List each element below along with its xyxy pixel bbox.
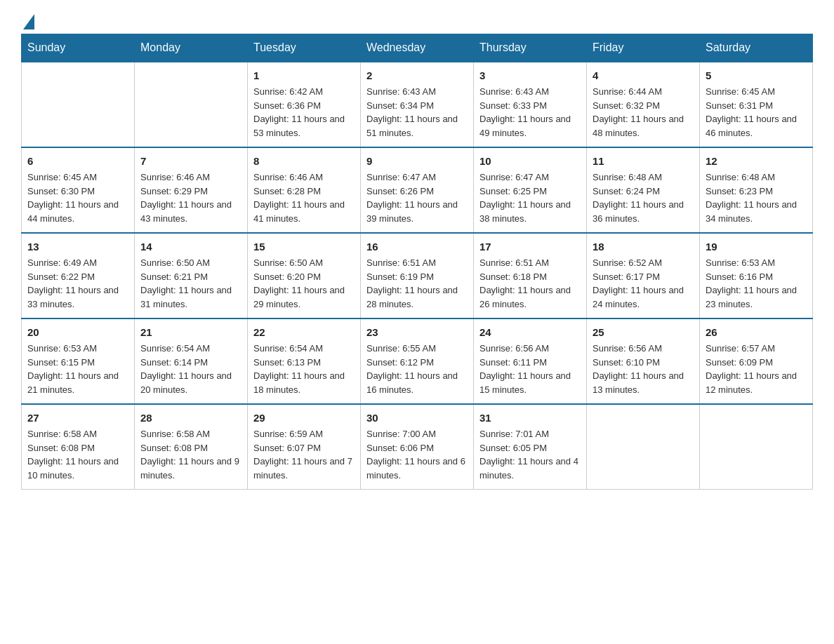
table-row: 23Sunrise: 6:55 AMSunset: 6:12 PMDayligh… xyxy=(361,318,474,404)
table-row: 17Sunrise: 6:51 AMSunset: 6:18 PMDayligh… xyxy=(474,233,587,318)
table-row: 13Sunrise: 6:49 AMSunset: 6:22 PMDayligh… xyxy=(22,233,135,318)
day-number: 13 xyxy=(27,239,128,254)
table-row: 2Sunrise: 6:43 AMSunset: 6:34 PMDaylight… xyxy=(361,62,474,147)
table-row: 7Sunrise: 6:46 AMSunset: 6:29 PMDaylight… xyxy=(135,147,248,233)
day-info: Sunrise: 6:54 AMSunset: 6:13 PMDaylight:… xyxy=(253,342,355,396)
day-number: 30 xyxy=(366,410,468,425)
day-number: 31 xyxy=(479,410,581,425)
calendar-week-row: 1Sunrise: 6:42 AMSunset: 6:36 PMDaylight… xyxy=(22,62,813,147)
day-info: Sunrise: 6:50 AMSunset: 6:20 PMDaylight:… xyxy=(253,256,355,311)
day-number: 12 xyxy=(706,154,807,168)
day-info: Sunrise: 6:42 AMSunset: 6:36 PMDaylight:… xyxy=(253,85,355,140)
day-number: 5 xyxy=(706,68,807,83)
table-row: 16Sunrise: 6:51 AMSunset: 6:19 PMDayligh… xyxy=(361,233,474,318)
table-row: 24Sunrise: 6:56 AMSunset: 6:11 PMDayligh… xyxy=(474,318,587,404)
day-info: Sunrise: 6:43 AMSunset: 6:34 PMDaylight:… xyxy=(366,85,468,140)
table-row: 19Sunrise: 6:53 AMSunset: 6:16 PMDayligh… xyxy=(700,233,813,318)
day-number: 1 xyxy=(253,68,355,83)
day-info: Sunrise: 6:59 AMSunset: 6:07 PMDaylight:… xyxy=(253,427,355,482)
day-number: 29 xyxy=(253,410,355,425)
day-number: 11 xyxy=(593,154,694,168)
day-info: Sunrise: 6:47 AMSunset: 6:25 PMDaylight:… xyxy=(479,170,581,225)
day-info: Sunrise: 7:01 AMSunset: 6:05 PMDaylight:… xyxy=(479,427,581,482)
day-number: 15 xyxy=(253,239,355,254)
table-row xyxy=(135,62,248,147)
day-number: 10 xyxy=(479,154,581,168)
table-row xyxy=(587,404,700,490)
day-number: 25 xyxy=(593,325,694,340)
day-info: Sunrise: 6:45 AMSunset: 6:30 PMDaylight:… xyxy=(27,170,128,225)
calendar-week-row: 13Sunrise: 6:49 AMSunset: 6:22 PMDayligh… xyxy=(22,233,813,318)
table-row: 14Sunrise: 6:50 AMSunset: 6:21 PMDayligh… xyxy=(135,233,248,318)
day-info: Sunrise: 6:49 AMSunset: 6:22 PMDaylight:… xyxy=(27,256,128,311)
day-number: 9 xyxy=(366,154,468,168)
day-info: Sunrise: 6:52 AMSunset: 6:17 PMDaylight:… xyxy=(593,256,694,311)
day-info: Sunrise: 6:57 AMSunset: 6:09 PMDaylight:… xyxy=(706,342,807,396)
col-thursday: Thursday xyxy=(474,34,587,62)
col-friday: Friday xyxy=(587,34,700,62)
day-number: 23 xyxy=(366,325,468,340)
day-info: Sunrise: 6:48 AMSunset: 6:23 PMDaylight:… xyxy=(706,170,807,225)
table-row: 20Sunrise: 6:53 AMSunset: 6:15 PMDayligh… xyxy=(22,318,135,404)
day-info: Sunrise: 6:53 AMSunset: 6:15 PMDaylight:… xyxy=(27,342,128,396)
col-saturday: Saturday xyxy=(700,34,813,62)
day-number: 7 xyxy=(140,154,241,168)
calendar-week-row: 20Sunrise: 6:53 AMSunset: 6:15 PMDayligh… xyxy=(22,318,813,404)
day-info: Sunrise: 6:53 AMSunset: 6:16 PMDaylight:… xyxy=(706,256,807,311)
table-row: 9Sunrise: 6:47 AMSunset: 6:26 PMDaylight… xyxy=(361,147,474,233)
table-row: 31Sunrise: 7:01 AMSunset: 6:05 PMDayligh… xyxy=(474,404,587,490)
day-info: Sunrise: 6:50 AMSunset: 6:21 PMDaylight:… xyxy=(140,256,241,311)
day-number: 27 xyxy=(27,410,128,425)
day-info: Sunrise: 6:46 AMSunset: 6:28 PMDaylight:… xyxy=(253,170,355,225)
day-info: Sunrise: 6:56 AMSunset: 6:10 PMDaylight:… xyxy=(593,342,694,396)
table-row xyxy=(700,404,813,490)
day-number: 22 xyxy=(253,325,355,340)
calendar-table: Sunday Monday Tuesday Wednesday Thursday… xyxy=(21,34,813,490)
day-info: Sunrise: 6:58 AMSunset: 6:08 PMDaylight:… xyxy=(27,427,128,482)
day-number: 16 xyxy=(366,239,468,254)
day-number: 3 xyxy=(479,68,581,83)
col-wednesday: Wednesday xyxy=(361,34,474,62)
table-row: 11Sunrise: 6:48 AMSunset: 6:24 PMDayligh… xyxy=(587,147,700,233)
table-row: 26Sunrise: 6:57 AMSunset: 6:09 PMDayligh… xyxy=(700,318,813,404)
day-info: Sunrise: 6:45 AMSunset: 6:31 PMDaylight:… xyxy=(706,85,807,140)
day-info: Sunrise: 6:46 AMSunset: 6:29 PMDaylight:… xyxy=(140,170,241,225)
logo-chevron-icon xyxy=(23,14,34,29)
logo xyxy=(21,14,34,27)
day-info: Sunrise: 6:54 AMSunset: 6:14 PMDaylight:… xyxy=(140,342,241,396)
calendar-week-row: 27Sunrise: 6:58 AMSunset: 6:08 PMDayligh… xyxy=(22,404,813,490)
day-info: Sunrise: 7:00 AMSunset: 6:06 PMDaylight:… xyxy=(366,427,468,482)
table-row: 30Sunrise: 7:00 AMSunset: 6:06 PMDayligh… xyxy=(361,404,474,490)
table-row: 15Sunrise: 6:50 AMSunset: 6:20 PMDayligh… xyxy=(248,233,361,318)
table-row: 8Sunrise: 6:46 AMSunset: 6:28 PMDaylight… xyxy=(248,147,361,233)
table-row xyxy=(22,62,135,147)
table-row: 6Sunrise: 6:45 AMSunset: 6:30 PMDaylight… xyxy=(22,147,135,233)
col-sunday: Sunday xyxy=(22,34,135,62)
day-number: 20 xyxy=(27,325,128,340)
col-tuesday: Tuesday xyxy=(248,34,361,62)
day-number: 28 xyxy=(140,410,241,425)
day-info: Sunrise: 6:56 AMSunset: 6:11 PMDaylight:… xyxy=(479,342,581,396)
day-number: 14 xyxy=(140,239,241,254)
day-number: 21 xyxy=(140,325,241,340)
calendar-header-row: Sunday Monday Tuesday Wednesday Thursday… xyxy=(22,34,813,62)
table-row: 29Sunrise: 6:59 AMSunset: 6:07 PMDayligh… xyxy=(248,404,361,490)
day-number: 24 xyxy=(479,325,581,340)
table-row: 3Sunrise: 6:43 AMSunset: 6:33 PMDaylight… xyxy=(474,62,587,147)
table-row: 22Sunrise: 6:54 AMSunset: 6:13 PMDayligh… xyxy=(248,318,361,404)
day-number: 4 xyxy=(593,68,694,83)
day-info: Sunrise: 6:51 AMSunset: 6:18 PMDaylight:… xyxy=(479,256,581,311)
day-info: Sunrise: 6:55 AMSunset: 6:12 PMDaylight:… xyxy=(366,342,468,396)
table-row: 1Sunrise: 6:42 AMSunset: 6:36 PMDaylight… xyxy=(248,62,361,147)
day-number: 6 xyxy=(27,154,128,168)
day-number: 26 xyxy=(706,325,807,340)
day-info: Sunrise: 6:47 AMSunset: 6:26 PMDaylight:… xyxy=(366,170,468,225)
page-header xyxy=(21,14,813,27)
table-row: 28Sunrise: 6:58 AMSunset: 6:08 PMDayligh… xyxy=(135,404,248,490)
day-info: Sunrise: 6:51 AMSunset: 6:19 PMDaylight:… xyxy=(366,256,468,311)
table-row: 10Sunrise: 6:47 AMSunset: 6:25 PMDayligh… xyxy=(474,147,587,233)
day-number: 19 xyxy=(706,239,807,254)
day-info: Sunrise: 6:48 AMSunset: 6:24 PMDaylight:… xyxy=(593,170,694,225)
day-info: Sunrise: 6:44 AMSunset: 6:32 PMDaylight:… xyxy=(593,85,694,140)
col-monday: Monday xyxy=(135,34,248,62)
